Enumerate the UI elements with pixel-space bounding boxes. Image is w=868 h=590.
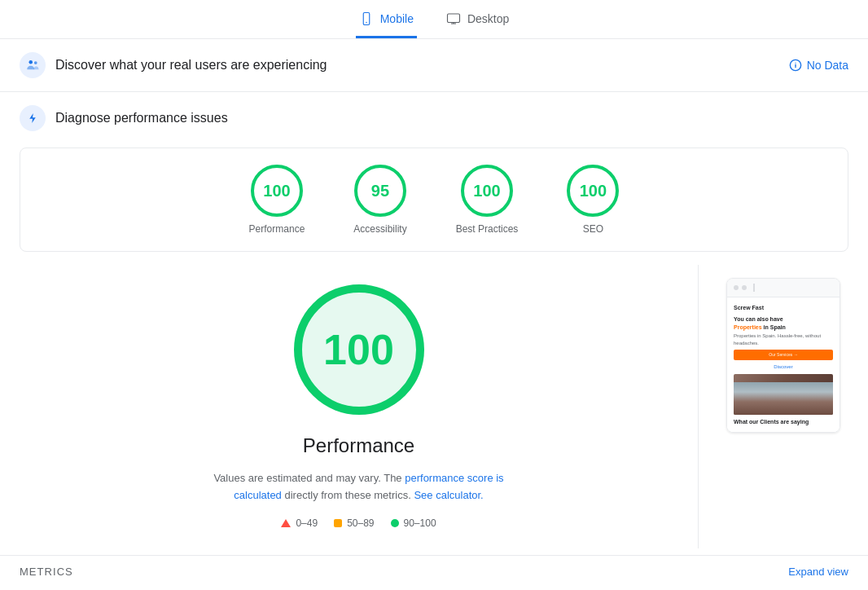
score-cards-container: 100 Performance 95 Accessibility 100 Bes… [20,148,848,252]
score-card-accessibility[interactable]: 95 Accessibility [353,165,406,235]
headline-part2: in Spain [764,324,786,330]
left-panel: 100 Performance Values are estimated and… [20,265,699,548]
score-circle-performance: 100 [251,165,303,217]
lightning-icon [25,111,40,125]
perf-desc-text1: Values are estimated and may vary. The [213,472,401,484]
desktop-icon [446,11,461,26]
score-card-best-practices[interactable]: 100 Best Practices [456,165,519,235]
browser-dot-1 [734,285,739,290]
info-icon [789,59,802,72]
no-data-button[interactable]: No Data [789,59,848,72]
score-circle-accessibility: 95 [354,165,406,217]
svg-point-6 [34,61,37,64]
orange-square-icon [334,519,342,527]
score-label-accessibility: Accessibility [353,223,406,235]
screenshot-discover: Discover [734,363,833,370]
orange-range-label: 50–89 [347,517,374,529]
expand-view-button[interactable]: Expand view [788,566,848,578]
browser-bar [727,279,840,297]
score-circle-best-practices: 100 [461,165,513,217]
tab-mobile[interactable]: Mobile [356,2,417,38]
legend-red: 0–49 [281,517,318,529]
svg-rect-2 [447,14,459,23]
screenshot-body: Properties in Spain. Hassle-free, withou… [734,332,833,346]
real-users-icon [20,52,46,78]
score-circle-seo: 100 [567,165,619,217]
perf-desc-text2: directly from these metrics. [284,489,410,501]
mobile-icon [359,11,374,26]
screenshot-clients: What our Clients are saying [734,418,833,425]
svg-point-1 [366,21,367,23]
house-image [734,382,833,415]
browser-line [753,284,755,292]
headline-part1: You can also have [734,316,783,322]
score-card-seo[interactable]: 100 SEO [567,165,619,235]
main-content: 100 Performance Values are estimated and… [20,265,848,548]
screenshot-image [734,374,833,415]
metrics-label: METRICS [20,566,73,578]
headline-orange: Properties [734,324,762,330]
big-score-circle: 100 [294,284,424,415]
browser-dot-2 [742,285,747,290]
legend-green: 90–100 [391,517,436,529]
svg-point-5 [29,60,33,64]
real-users-section: Discover what your real users are experi… [0,39,868,92]
diagnose-title: Diagnose performance issues [55,111,228,125]
legend-orange: 50–89 [334,517,374,529]
legend: 0–49 50–89 90–100 [281,517,436,529]
metrics-footer: METRICS Expand view [0,555,868,588]
perf-title: Performance [303,434,414,457]
red-triangle-icon [281,519,291,527]
diagnose-row: Diagnose performance issues [20,105,848,131]
score-label-seo: SEO [583,223,603,235]
see-calculator-link[interactable]: See calculator. [414,489,483,501]
diagnose-icon [20,105,46,131]
real-users-title: Discover what your real users are experi… [55,58,327,73]
diagnose-section: Diagnose performance issues [0,92,868,148]
big-score-value: 100 [323,325,394,374]
red-range-label: 0–49 [296,517,318,529]
score-label-best-practices: Best Practices [456,223,519,235]
screenshot-headline: You can also have Properties in Spain [734,315,833,332]
site-name: Screw Fast [734,304,833,312]
green-dot-icon [391,519,399,527]
real-users-left: Discover what your real users are experi… [20,52,327,78]
score-label-performance: Performance [249,223,305,235]
tab-desktop[interactable]: Desktop [443,2,512,38]
tab-bar: Mobile Desktop [0,0,868,39]
perf-description: Values are estimated and may vary. The p… [196,470,522,504]
screenshot-cta: Our Services → [734,350,833,360]
site-screenshot: Screw Fast You can also have Properties … [726,278,840,433]
tab-desktop-label: Desktop [467,12,509,25]
no-data-label: No Data [807,59,848,72]
green-range-label: 90–100 [404,517,436,529]
right-panel: Screw Fast You can also have Properties … [718,265,848,548]
users-chart-icon [25,58,40,73]
score-card-performance[interactable]: 100 Performance [249,165,305,235]
tab-mobile-label: Mobile [380,12,414,25]
screenshot-content: Screw Fast You can also have Properties … [727,297,840,432]
